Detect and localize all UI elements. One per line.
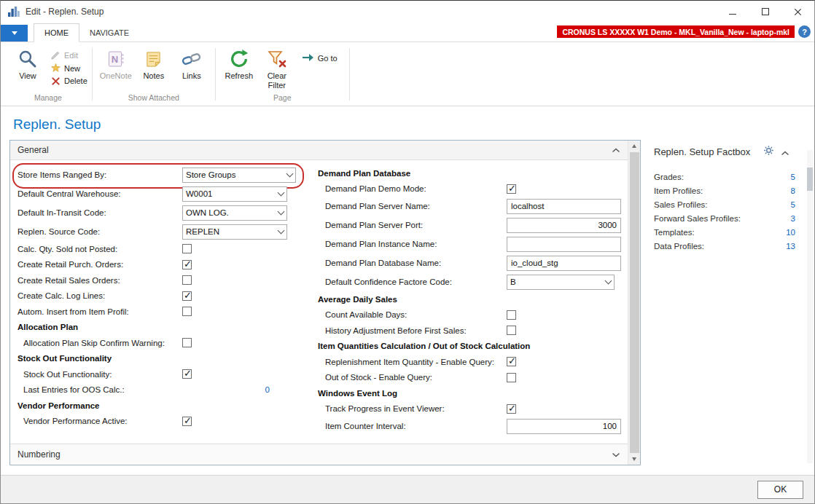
factbox-value[interactable]: 10 xyxy=(786,228,795,237)
close-icon xyxy=(794,8,802,16)
factbox-row: Item Profiles:8 xyxy=(654,184,795,197)
minimize-icon xyxy=(729,14,736,15)
fasttab-numbering-header[interactable]: Numbering xyxy=(10,444,628,465)
checkbox[interactable] xyxy=(182,244,192,253)
field-label: Calc. Qty. Sold not Posted: xyxy=(17,245,182,253)
text-field[interactable]: 3000 xyxy=(507,218,621,233)
ribbon-divider xyxy=(349,48,350,101)
view-button[interactable]: View xyxy=(9,44,47,81)
checkbox[interactable] xyxy=(182,307,192,316)
field-label: Demand Plan Instance Name: xyxy=(318,240,507,248)
magnifier-icon xyxy=(17,47,39,71)
chevron-down-icon xyxy=(275,187,286,201)
maximize-button[interactable] xyxy=(749,1,781,23)
note-icon xyxy=(144,47,163,71)
text-field[interactable]: io_cloud_stg xyxy=(507,256,621,271)
links-label: Links xyxy=(182,71,201,81)
dropdown-field[interactable]: Store Groups xyxy=(182,168,296,183)
checkbox[interactable] xyxy=(507,404,516,414)
application-menu-button[interactable] xyxy=(1,25,28,42)
drilldown-value[interactable]: 0 xyxy=(182,385,270,394)
edit-button[interactable]: Edit xyxy=(50,50,87,60)
checkbox[interactable] xyxy=(182,369,192,379)
checkbox[interactable] xyxy=(182,291,192,301)
fasttab-general-header[interactable]: General xyxy=(10,141,628,160)
delete-button[interactable]: Delete xyxy=(50,76,87,85)
checkbox[interactable] xyxy=(507,373,516,382)
dropdown-field[interactable]: B xyxy=(507,275,615,290)
ribbon-divider xyxy=(92,48,93,101)
factbox-value[interactable]: 8 xyxy=(791,186,795,195)
scrollbar-thumb[interactable] xyxy=(630,152,639,453)
factbox-row: Grades:5 xyxy=(654,170,795,184)
field-row: Stock Out Functionality: xyxy=(17,366,318,382)
notes-button[interactable]: Notes xyxy=(135,44,173,81)
tab-navigate[interactable]: NAVIGATE xyxy=(79,24,139,42)
field-row: Demand Plan Instance Name: xyxy=(318,235,628,253)
minimize-button[interactable] xyxy=(716,1,749,23)
field-row: Vendor Performance Active: xyxy=(17,414,318,430)
field-label: Default Central Warehouse: xyxy=(17,189,182,198)
ribbon-group-show-attached: N OneNote Notes xyxy=(95,44,213,106)
content-pane: General Store Items Ranged By:Store Grou… xyxy=(9,140,641,465)
gear-icon[interactable] xyxy=(763,145,774,159)
notes-label: Notes xyxy=(143,71,164,81)
close-button[interactable] xyxy=(781,1,814,23)
chevron-up-icon[interactable] xyxy=(612,148,620,153)
ribbon-group-label: Manage xyxy=(9,92,87,106)
tab-home[interactable]: HOME xyxy=(34,23,79,42)
factbox-scrollbar-thumb[interactable] xyxy=(807,168,813,191)
factbox-value[interactable]: 13 xyxy=(786,242,795,251)
checkbox[interactable] xyxy=(507,184,516,194)
scroll-down-icon[interactable] xyxy=(632,454,636,465)
field-row: Replen. Source Code:REPLEN xyxy=(17,222,318,241)
help-icon[interactable]: ? xyxy=(798,25,811,38)
factbox-label: Templates: xyxy=(654,228,695,237)
text-field[interactable]: localhost xyxy=(507,199,621,214)
text-field[interactable]: 100 xyxy=(507,419,621,434)
chevron-down-icon[interactable] xyxy=(612,452,620,457)
field-label: Last Entries for OOS Calc.: xyxy=(17,385,182,394)
factbox-value[interactable]: 5 xyxy=(791,200,795,209)
refresh-button[interactable]: Refresh xyxy=(220,44,258,81)
checkbox[interactable] xyxy=(182,338,192,347)
fasttab-numbering-label: Numbering xyxy=(17,449,61,460)
factbox-label: Grades: xyxy=(654,173,684,181)
factbox-label: Item Profiles: xyxy=(654,186,703,195)
goto-button[interactable]: Go to xyxy=(302,53,338,63)
dropdown-field[interactable]: OWN LOG. xyxy=(182,205,287,221)
field-row: Default In-Transit Code:OWN LOG. xyxy=(17,203,318,222)
checkbox[interactable] xyxy=(182,417,192,426)
clear-filter-button[interactable]: Clear Filter xyxy=(258,44,296,90)
field-row: Demand Plan Database Name:io_cloud_stg xyxy=(318,253,628,272)
factbox-value[interactable]: 3 xyxy=(791,214,795,223)
refresh-icon xyxy=(228,47,250,71)
ribbon-group-manage: View Edit New xyxy=(7,44,90,106)
ribbon-group-page: Refresh Clear Filter xyxy=(218,44,347,106)
ribbon-tab-row: HOME NAVIGATE CRONUS LS XXXXX W1 Demo - … xyxy=(1,23,814,42)
chevron-up-icon[interactable] xyxy=(781,146,789,159)
checkbox[interactable] xyxy=(182,260,192,269)
delete-x-icon xyxy=(50,77,61,85)
vertical-scrollbar[interactable] xyxy=(628,141,640,465)
dropdown-field[interactable]: W0001 xyxy=(182,186,287,202)
links-button[interactable]: Links xyxy=(173,44,211,81)
new-button[interactable]: New xyxy=(50,63,87,73)
field-label: Demand Plan Server Port: xyxy=(318,221,507,229)
factbox-scrollbar[interactable] xyxy=(807,150,813,463)
factbox-value[interactable]: 5 xyxy=(791,173,795,181)
checkbox[interactable] xyxy=(182,275,192,285)
scroll-up-icon[interactable] xyxy=(632,141,636,151)
onenote-button[interactable]: N OneNote xyxy=(97,44,135,81)
dropdown-field[interactable]: REPLEN xyxy=(182,224,287,240)
ok-button[interactable]: OK xyxy=(757,481,803,499)
text-field[interactable] xyxy=(507,237,621,252)
new-label: New xyxy=(64,64,80,73)
checkbox[interactable] xyxy=(507,310,516,320)
page-title-bar: Replen. Setup xyxy=(1,106,814,140)
text-field-value: 3000 xyxy=(598,221,617,229)
arrow-right-icon xyxy=(302,53,314,63)
checkbox[interactable] xyxy=(507,326,516,335)
checkbox[interactable] xyxy=(507,357,516,366)
field-row: History Adjustment Before First Sales: xyxy=(318,323,628,339)
